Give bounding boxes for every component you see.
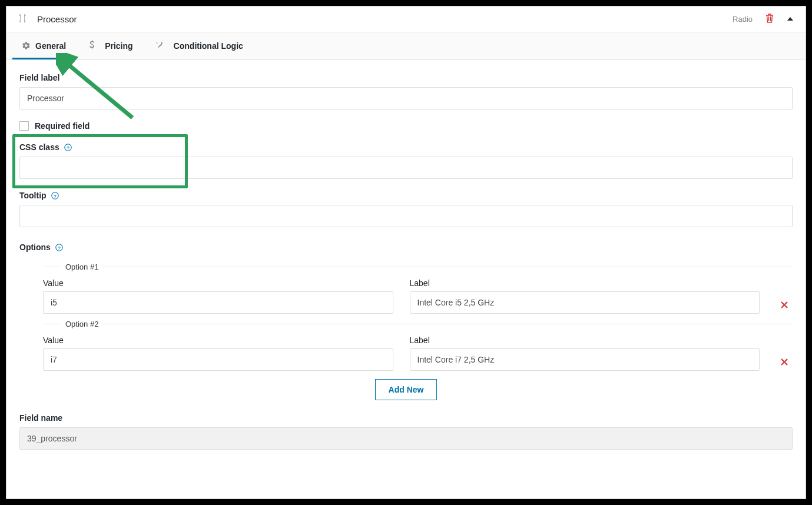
option-title: Option #1	[61, 263, 103, 271]
tab-general-label: General	[35, 41, 66, 51]
tabs: General Pricing Conditional Logic	[6, 32, 806, 60]
option-title: Option #2	[61, 320, 103, 328]
delete-button[interactable]	[765, 14, 774, 25]
css-class-row: CSS class ?	[19, 142, 793, 179]
field-title: Processor	[37, 14, 733, 24]
field-name-caption: Field name	[19, 413, 793, 423]
option-label-label: Label	[410, 278, 760, 288]
help-icon[interactable]: ?	[55, 244, 63, 251]
remove-option-button[interactable]	[776, 358, 793, 371]
field-type-label: Radio	[733, 15, 753, 24]
css-class-input[interactable]	[19, 157, 793, 179]
tab-pricing-label: Pricing	[105, 41, 132, 51]
tab-conditional-logic[interactable]: Conditional Logic	[146, 32, 253, 59]
field-header: Processor Radio	[6, 6, 806, 32]
field-label-input[interactable]	[19, 87, 793, 109]
options-section: Options ? Option #1 Value	[19, 242, 793, 400]
options-caption: Options	[19, 242, 51, 252]
option-label-label: Label	[410, 335, 760, 345]
wand-icon	[155, 41, 169, 51]
help-icon[interactable]: ?	[64, 144, 72, 151]
svg-text:?: ?	[58, 245, 61, 250]
option-block: Option #1 Value Label	[43, 263, 793, 314]
field-name-input	[19, 427, 793, 450]
option-value-label: Value	[43, 278, 393, 288]
collapse-toggle[interactable]	[787, 15, 794, 24]
field-label-row: Field label	[19, 73, 793, 109]
field-name-row: Field name	[19, 413, 793, 450]
field-config-panel: Processor Radio General Pricing Conditio…	[6, 6, 806, 499]
required-checkbox[interactable]	[19, 121, 29, 131]
option-value-input[interactable]	[43, 291, 393, 314]
option-block: Option #2 Value Label	[43, 320, 793, 371]
svg-text:?: ?	[54, 193, 57, 198]
tab-pricing[interactable]: Pricing	[79, 32, 142, 59]
option-label-input[interactable]	[410, 348, 760, 371]
css-class-caption: CSS class	[19, 142, 59, 152]
tab-conditional-label: Conditional Logic	[174, 41, 243, 51]
add-new-button[interactable]: Add New	[375, 379, 438, 400]
help-icon[interactable]: ?	[51, 192, 59, 200]
required-row: Required field	[19, 121, 793, 131]
tooltip-caption: Tooltip	[19, 191, 47, 200]
tab-general[interactable]: General	[12, 32, 75, 59]
svg-text:?: ?	[67, 145, 69, 150]
required-label: Required field	[35, 121, 90, 131]
option-value-label: Value	[43, 335, 393, 345]
option-label-input[interactable]	[410, 291, 760, 314]
field-label-caption: Field label	[19, 73, 793, 82]
option-value-input[interactable]	[43, 348, 393, 371]
remove-option-button[interactable]	[776, 301, 793, 314]
panel-body: Field label Required field CSS class ? T…	[6, 60, 806, 459]
sort-handle-icon[interactable]	[18, 14, 26, 25]
tooltip-row: Tooltip ?	[19, 191, 793, 227]
tooltip-input[interactable]	[19, 205, 793, 227]
dollar-icon	[88, 40, 100, 51]
